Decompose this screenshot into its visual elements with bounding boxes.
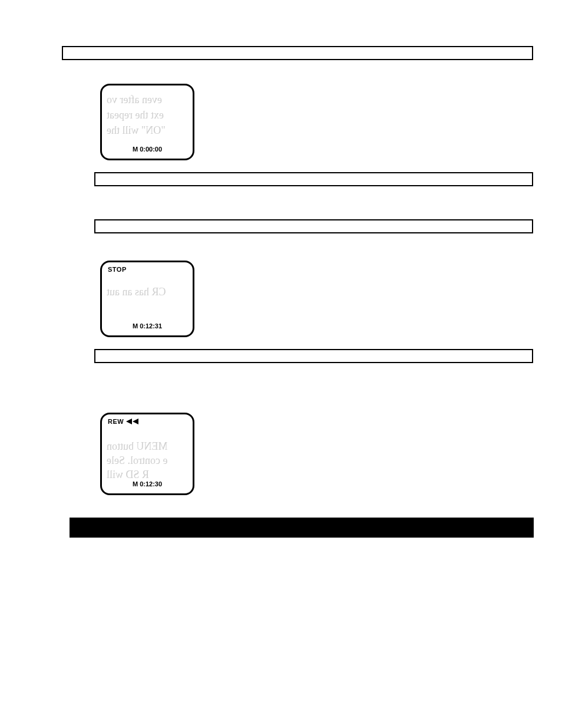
ghost-text: ext the repeat bbox=[107, 109, 164, 121]
top-header-bar bbox=[62, 46, 533, 60]
osd-time-2: M 0:12:31 bbox=[102, 322, 193, 330]
step-bar-3 bbox=[94, 349, 533, 363]
osd-screen-3: REW MENU button e control. Sele R SD wil… bbox=[100, 413, 194, 495]
ghost-text: R SD will bbox=[107, 469, 149, 481]
step-bar-1 bbox=[94, 172, 533, 186]
osd-status-rew: REW bbox=[108, 418, 139, 425]
svg-marker-0 bbox=[126, 419, 132, 424]
svg-marker-1 bbox=[133, 419, 138, 424]
ghost-text: MENU button bbox=[107, 440, 168, 453]
step-bar-2 bbox=[94, 219, 533, 233]
page: even after vo ext the repeat "ON" will t… bbox=[0, 0, 562, 728]
osd-time-1: M 0:00:00 bbox=[102, 146, 193, 153]
osd-time-3: M 0:12:30 bbox=[102, 480, 193, 487]
stop-label: STOP bbox=[108, 266, 127, 273]
osd-screen-2: STOP CR has an aut M 0:12:31 bbox=[100, 261, 194, 337]
rew-label: REW bbox=[108, 418, 124, 425]
ghost-text: e control. Sele bbox=[107, 454, 167, 467]
osd-status-stop: STOP bbox=[108, 266, 127, 273]
osd-screen-1: even after vo ext the repeat "ON" will t… bbox=[100, 84, 194, 160]
ghost-text: "ON" will the bbox=[107, 124, 166, 137]
ghost-text: even after vo bbox=[107, 94, 162, 106]
ghost-text: CR has an aut bbox=[107, 286, 166, 298]
section-heading-bar bbox=[70, 518, 534, 538]
rewind-icon bbox=[126, 419, 139, 424]
